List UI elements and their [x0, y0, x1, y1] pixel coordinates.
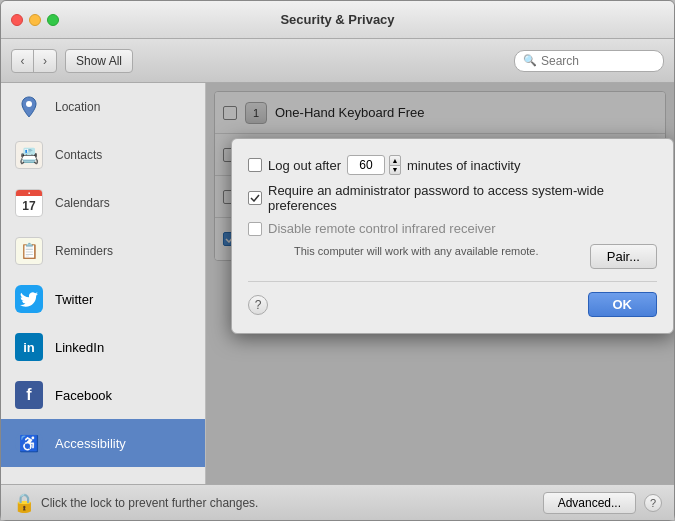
show-all-button[interactable]: Show All [65, 49, 133, 73]
logout-checkbox[interactable] [248, 158, 262, 172]
sidebar-item-linkedin[interactable]: in LinkedIn [1, 323, 205, 371]
left-sidebar: Location 📇 Contacts ▪ 17 Calendars [1, 83, 206, 484]
reminders-icon: 📋 [13, 235, 45, 267]
search-icon: 🔍 [523, 54, 537, 67]
sidebar-label-reminders: Reminders [55, 244, 113, 258]
logout-label: Log out after [268, 158, 341, 173]
sidebar-item-accessibility[interactable]: ♿ Accessibility [1, 419, 205, 467]
pair-row: This computer will work with any availab… [248, 244, 657, 269]
sidebar-label-twitter: Twitter [55, 292, 93, 307]
main-content: Location 📇 Contacts ▪ 17 Calendars [1, 83, 674, 484]
logout-row: Log out after ▲ ▼ minutes of inactivity [248, 155, 657, 175]
ok-button[interactable]: OK [588, 292, 658, 317]
advanced-button[interactable]: Advanced... [543, 492, 636, 514]
sidebar-label-contacts: Contacts [55, 148, 102, 162]
disable-remote-row: Disable remote control infrared receiver [248, 221, 657, 236]
disable-remote-label: Disable remote control infrared receiver [268, 221, 496, 236]
disable-remote-checkbox[interactable] [248, 222, 262, 236]
sidebar-item-twitter[interactable]: Twitter [1, 275, 205, 323]
sidebar-label-accessibility: Accessibility [55, 436, 126, 451]
dialog-help-button[interactable]: ? [248, 295, 268, 315]
dialog: Log out after ▲ ▼ minutes of inactivity [231, 138, 674, 334]
calendars-icon: ▪ 17 [13, 187, 45, 219]
sidebar-item-contacts[interactable]: 📇 Contacts [1, 131, 205, 179]
sidebar-item-location[interactable]: Location [1, 83, 205, 131]
search-box: 🔍 [514, 50, 664, 72]
sidebar-item-calendars[interactable]: ▪ 17 Calendars [1, 179, 205, 227]
security-privacy-window: Security & Privacy ‹ › Show All 🔍 Locat [0, 0, 675, 521]
remote-note: This computer will work with any availab… [294, 244, 539, 259]
accessibility-icon: ♿ [13, 427, 45, 459]
dialog-footer: ? OK [248, 281, 657, 317]
lock-text: Click the lock to prevent further change… [41, 496, 258, 510]
lock-icon: 🔒 [13, 492, 35, 514]
right-panel: Google Software Upd... 1 One-Hand Keyboa… [206, 83, 674, 484]
require-admin-row: Require an administrator password to acc… [248, 183, 657, 213]
nav-back-forward[interactable]: ‹ › [11, 49, 57, 73]
toolbar: ‹ › Show All 🔍 [1, 39, 674, 83]
close-button[interactable] [11, 14, 23, 26]
sidebar-label-facebook: Facebook [55, 388, 112, 403]
require-admin-label: Require an administrator password to acc… [268, 183, 657, 213]
titlebar: Security & Privacy [1, 1, 674, 39]
twitter-icon [13, 283, 45, 315]
svg-point-0 [26, 101, 32, 107]
forward-arrow[interactable]: › [34, 49, 56, 73]
minutes-up-arrow[interactable]: ▲ [389, 155, 401, 166]
sidebar-item-reminders[interactable]: 📋 Reminders [1, 227, 205, 275]
window-title: Security & Privacy [280, 12, 394, 27]
sidebar-label-calendars: Calendars [55, 196, 110, 210]
maximize-button[interactable] [47, 14, 59, 26]
bottom-help-button[interactable]: ? [644, 494, 662, 512]
bottom-bar: 🔒 Click the lock to prevent further chan… [1, 484, 674, 520]
sidebar-label-location: Location [55, 100, 100, 114]
back-arrow[interactable]: ‹ [12, 49, 34, 73]
search-input[interactable] [541, 54, 655, 68]
require-admin-checkbox[interactable] [248, 191, 262, 205]
sidebar-item-facebook[interactable]: f Facebook [1, 371, 205, 419]
lock-area[interactable]: 🔒 Click the lock to prevent further chan… [13, 492, 258, 514]
linkedin-icon: in [13, 331, 45, 363]
minutes-down-arrow[interactable]: ▼ [389, 165, 401, 176]
logout-suffix: minutes of inactivity [407, 158, 520, 173]
pair-button[interactable]: Pair... [590, 244, 657, 269]
dialog-overlay: Log out after ▲ ▼ minutes of inactivity [206, 83, 674, 484]
facebook-icon: f [13, 379, 45, 411]
logout-minutes-input[interactable] [347, 155, 385, 175]
location-icon [13, 91, 45, 123]
contacts-icon: 📇 [13, 139, 45, 171]
sidebar-label-linkedin: LinkedIn [55, 340, 104, 355]
traffic-lights [11, 14, 59, 26]
minimize-button[interactable] [29, 14, 41, 26]
